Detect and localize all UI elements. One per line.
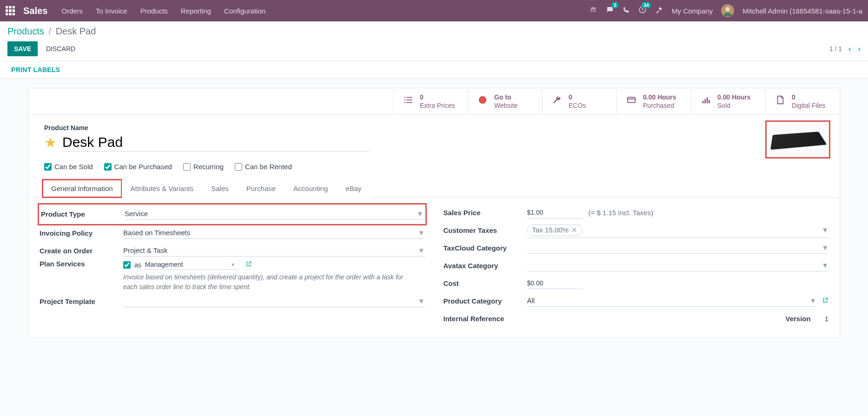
- external-link-icon[interactable]: [822, 297, 828, 305]
- print-labels-button[interactable]: PRINT LABELS: [11, 66, 60, 73]
- stat-sold[interactable]: 0.00 HoursSold: [691, 88, 765, 114]
- product-tabs: General Information Attributes & Variant…: [28, 179, 840, 198]
- caret-down-icon: ▼: [418, 246, 425, 254]
- avatax-category-select[interactable]: ▼: [527, 259, 829, 271]
- pager-prev-icon[interactable]: ‹: [848, 44, 851, 54]
- svg-rect-13: [704, 99, 706, 103]
- breadcrumb: Products / Desk Pad: [7, 26, 861, 37]
- tab-general-information[interactable]: General Information: [42, 179, 122, 198]
- tools-icon[interactable]: [655, 6, 663, 16]
- stat-digital-files[interactable]: 0Digital Files: [765, 88, 840, 114]
- taxcloud-category-label: TaxCloud Category: [444, 244, 527, 252]
- svg-rect-8: [406, 102, 412, 103]
- create-on-order-select[interactable]: Project & Task ▼: [123, 244, 425, 257]
- wrench-icon: [551, 95, 563, 108]
- remove-tag-icon[interactable]: ✕: [571, 226, 577, 234]
- avatax-category-label: Avatax Category: [444, 262, 527, 270]
- svg-rect-3: [404, 97, 406, 98]
- product-options-row: Can be Sold Can be Purchased Recurring C…: [28, 156, 840, 179]
- tab-sales[interactable]: Sales: [202, 179, 238, 198]
- nav-configuration[interactable]: Configuration: [224, 7, 265, 15]
- caret-down-icon: ▼: [809, 297, 816, 304]
- svg-point-9: [479, 96, 487, 104]
- stat-extra-prices[interactable]: 0Extra Prices: [393, 88, 468, 114]
- caret-down-icon: ▼: [822, 244, 828, 251]
- product-name-input[interactable]: [62, 133, 369, 152]
- svg-rect-10: [628, 98, 636, 103]
- invoicing-policy-select[interactable]: Based on Timesheets ▼: [123, 227, 425, 239]
- nav-orders[interactable]: Orders: [61, 7, 83, 15]
- stat-purchased[interactable]: 0.00 HoursPurchased: [616, 88, 691, 114]
- company-name[interactable]: My Company: [672, 7, 713, 15]
- tab-purchase[interactable]: Purchase: [238, 179, 285, 198]
- tab-attributes-variants[interactable]: Attributes & Variants: [122, 179, 203, 198]
- can-be-purchased-check[interactable]: Can be Purchased: [104, 163, 172, 171]
- pager-next-icon[interactable]: ›: [858, 44, 861, 54]
- nav-reporting[interactable]: Reporting: [181, 7, 211, 15]
- nav-products[interactable]: Products: [140, 7, 168, 15]
- tax-tag: Tax 15.00% ✕: [527, 225, 583, 236]
- nav-to-invoice[interactable]: To Invoice: [96, 7, 127, 15]
- svg-rect-5: [404, 102, 406, 103]
- phone-icon[interactable]: [623, 6, 630, 15]
- save-button[interactable]: SAVE: [7, 41, 38, 56]
- version-value: 1: [825, 315, 828, 323]
- form-sheet: 0Extra Prices Go toWebsite 0ECOs 0.00 Ho…: [28, 88, 840, 337]
- caret-down-icon: ▼: [418, 297, 425, 305]
- product-image-box[interactable]: [765, 120, 830, 158]
- list-icon: [402, 95, 414, 108]
- tab-accounting[interactable]: Accounting: [285, 179, 337, 198]
- product-name-label: Product Name: [44, 124, 824, 132]
- tab-ebay[interactable]: eBay: [337, 179, 370, 198]
- bars-icon: [700, 95, 712, 108]
- plan-services-check[interactable]: [123, 261, 131, 269]
- pager: 1 / 1 ‹ ›: [829, 44, 861, 54]
- app-brand[interactable]: Sales: [23, 6, 47, 16]
- status-bar: PRINT LABELS: [0, 61, 868, 79]
- can-be-rented-check[interactable]: Can be Rented: [235, 163, 292, 171]
- breadcrumb-products[interactable]: Products: [7, 26, 44, 36]
- sales-price-input[interactable]: $1.00: [527, 207, 583, 218]
- product-type-select[interactable]: Service ▼: [125, 208, 424, 220]
- avatar[interactable]: [721, 4, 734, 17]
- messages-badge: 5: [611, 2, 619, 8]
- form-left-column: Product Type Service ▼ Invoicing Policy: [40, 204, 425, 328]
- svg-rect-12: [702, 101, 704, 104]
- breadcrumb-current: Desk Pad: [56, 26, 96, 36]
- taxcloud-category-select[interactable]: ▼: [527, 242, 829, 254]
- product-category-select[interactable]: All ▼: [527, 295, 817, 307]
- cost-input[interactable]: $0.00: [527, 277, 583, 289]
- product-header: Product Name ★: [28, 115, 840, 156]
- product-category-label: Product Category: [444, 297, 527, 305]
- can-be-sold-check[interactable]: Can be Sold: [44, 163, 93, 171]
- stat-website[interactable]: Go toWebsite: [468, 88, 542, 114]
- globe-icon: [477, 95, 489, 108]
- stat-ecos[interactable]: 0ECOs: [542, 88, 616, 114]
- project-template-select[interactable]: ▼: [123, 295, 425, 307]
- svg-rect-7: [406, 99, 412, 100]
- form-right-column: Sales Price $1.00 (= $ 1.15 Incl. Taxes)…: [444, 204, 829, 328]
- bug-icon[interactable]: [589, 6, 597, 16]
- sheet-wrap: 0Extra Prices Go toWebsite 0ECOs 0.00 Ho…: [0, 79, 868, 347]
- plan-services-select[interactable]: Management ▼: [145, 260, 238, 270]
- discard-button[interactable]: DISCARD: [46, 45, 75, 53]
- card-icon: [625, 95, 637, 108]
- recurring-check[interactable]: Recurring: [183, 163, 224, 171]
- project-template-label: Project Template: [40, 297, 123, 305]
- customer-taxes-select[interactable]: Tax 15.00% ✕ ▼: [527, 223, 829, 238]
- nav-menu: Orders To Invoice Products Reporting Con…: [61, 7, 265, 15]
- favorite-star-icon[interactable]: ★: [44, 134, 57, 151]
- activities-badge: 34: [641, 2, 651, 8]
- invoicing-policy-label: Invoicing Policy: [40, 229, 123, 237]
- messages-icon[interactable]: 5: [606, 6, 614, 16]
- apps-icon[interactable]: [6, 6, 15, 15]
- svg-rect-15: [709, 100, 710, 103]
- svg-rect-4: [404, 99, 406, 100]
- external-link-icon[interactable]: [245, 261, 252, 269]
- pager-text: 1 / 1: [829, 45, 842, 53]
- activities-icon[interactable]: 34: [638, 6, 647, 16]
- user-name[interactable]: Mitchell Admin (16654581-saas-15-1-a: [742, 7, 862, 15]
- internal-reference-label: Internal Reference: [444, 315, 527, 323]
- svg-rect-6: [406, 97, 412, 98]
- caret-down-icon: ▼: [417, 210, 424, 218]
